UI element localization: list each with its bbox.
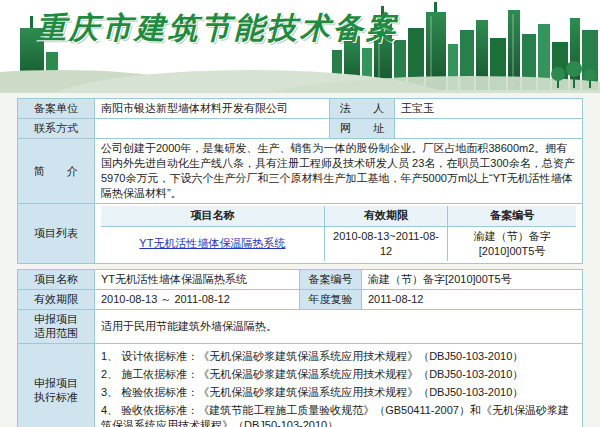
project-list-data-row: YT无机活性墙体保温隔热系统 2010-08-13~2011-08-12 渝建（…: [101, 226, 576, 261]
filing-unit-row: 备案单位 南阳市银达新型墙体材料开发有限公司 法 人 王宝玉: [18, 99, 583, 119]
intro-row: 简 介 公司创建于2000年，是集研发、生产、销售为一体的股份制企业。厂区占地面…: [18, 139, 583, 204]
project-name-label: 项目名称: [18, 269, 95, 289]
contact-label: 联系方式: [18, 119, 95, 139]
scope-value: 适用于民用节能建筑外墙保温隔热。: [95, 309, 583, 343]
project-period-cell: 2010-08-13~2011-08-12: [324, 226, 448, 261]
filing-number-value: 渝建（节）备字[2010]00T5号: [362, 269, 583, 289]
content: 备案单位 南阳市银达新型墙体材料开发有限公司 法 人 王宝玉 联系方式 网 址 …: [0, 93, 600, 427]
standard-item-1: 1、 设计依据标准：《无机保温砂浆建筑保温系统应用技术规程》（DBJ50-103…: [101, 349, 576, 364]
contact-value: [95, 119, 330, 139]
col-valid-period: 有效期限: [324, 206, 448, 226]
filing-unit-label: 备案单位: [18, 99, 95, 119]
banner: 重庆市建筑节能技术备案: [0, 0, 600, 93]
project-list-row: 项目列表 项目名称 有效期限 备案编号 YT无机活性墙体保温隔热系统: [18, 204, 583, 264]
page: 重庆市建筑节能技术备案 备案单位 南阳市银达新型墙体材料开发有限公司 法 人 王…: [0, 0, 600, 427]
standard-item-2: 2、 施工依据标准：《无机保温砂浆建筑保温系统应用技术规程》（DBJ50-103…: [101, 367, 576, 382]
intro-label: 简 介: [18, 139, 95, 204]
project-name-link[interactable]: YT无机活性墙体保温隔热系统: [139, 237, 285, 249]
standards-row: 申报项目执行标准 1、 设计依据标准：《无机保温砂浆建筑保温系统应用技术规程》（…: [18, 343, 583, 427]
standard-item-4: 4、 验收依据标准：《建筑节能工程施工质量验收规范》（GB50411-2007）…: [101, 403, 576, 427]
project-list-cell: 项目名称 有效期限 备案编号 YT无机活性墙体保温隔热系统 2010-08-13…: [95, 204, 583, 264]
valid-period-label: 有效期限: [18, 289, 95, 309]
standards-value: 1、 设计依据标准：《无机保温砂浆建筑保温系统应用技术规程》（DBJ50-103…: [95, 343, 583, 427]
legal-person-value: 王宝玉: [395, 99, 583, 119]
project-detail-table: 项目名称 YT无机活性墙体保温隔热系统 备案编号 渝建（节）备字[2010]00…: [17, 269, 583, 427]
col-project-name: 项目名称: [101, 206, 324, 226]
filing-number-label: 备案编号: [300, 269, 362, 289]
project-list-table: 项目名称 有效期限 备案编号 YT无机活性墙体保温隔热系统 2010-08-13…: [101, 206, 576, 261]
col-filing-number: 备案编号: [448, 206, 576, 226]
standards-label: 申报项目执行标准: [18, 343, 95, 427]
filing-info-table: 备案单位 南阳市银达新型墙体材料开发有限公司 法 人 王宝玉 联系方式 网 址 …: [17, 98, 583, 264]
standard-item-3: 3、 检验依据标准：《无机保温砂浆建筑保温系统应用技术规程》（DBJ50-103…: [101, 385, 576, 400]
project-name-cell: YT无机活性墙体保温隔热系统: [101, 226, 324, 261]
page-title: 重庆市建筑节能技术备案: [36, 8, 399, 49]
project-list-label: 项目列表: [18, 204, 95, 264]
project-number-cell: 渝建（节）备字[2010]00T5号: [448, 226, 576, 261]
project-name-value: YT无机活性墙体保温隔热系统: [95, 269, 300, 289]
website-label: 网 址: [330, 119, 395, 139]
annual-review-label: 年度复验: [300, 289, 362, 309]
intro-value: 公司创建于2000年，是集研发、生产、销售为一体的股份制企业。厂区占地面积386…: [95, 139, 583, 204]
valid-period-value: 2010-08-13 ～ 2011-08-12: [95, 289, 300, 309]
scope-label: 申报项目适用范围: [18, 309, 95, 343]
filing-unit-value: 南阳市银达新型墙体材料开发有限公司: [95, 99, 330, 119]
project-list-header-row: 项目名称 有效期限 备案编号: [101, 206, 576, 226]
valid-period-row: 有效期限 2010-08-13 ～ 2011-08-12 年度复验 2011-0…: [18, 289, 583, 309]
project-name-row: 项目名称 YT无机活性墙体保温隔热系统 备案编号 渝建（节）备字[2010]00…: [18, 269, 583, 289]
scope-row: 申报项目适用范围 适用于民用节能建筑外墙保温隔热。: [18, 309, 583, 343]
website-value: [395, 119, 583, 139]
legal-person-label: 法 人: [330, 99, 395, 119]
contact-row: 联系方式 网 址: [18, 119, 583, 139]
annual-review-value: 2011-08-12: [362, 289, 583, 309]
